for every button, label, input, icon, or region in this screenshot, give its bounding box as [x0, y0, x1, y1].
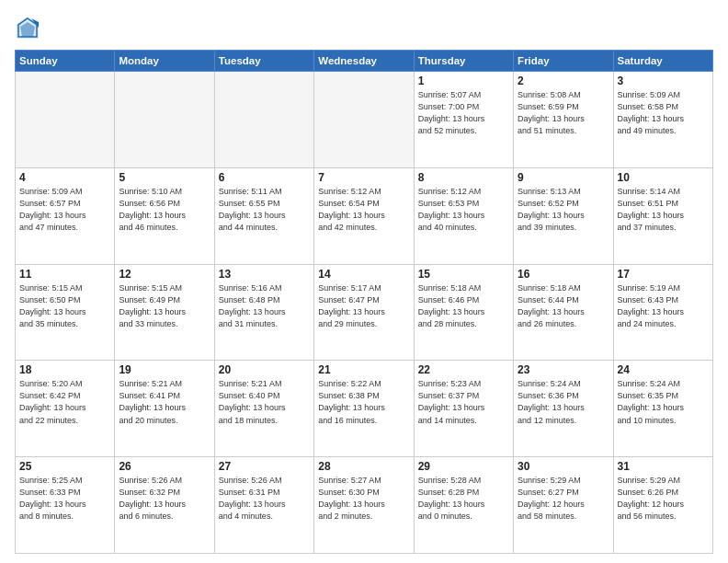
day-number: 24 — [618, 363, 709, 376]
calendar-cell: 18Sunrise: 5:20 AM Sunset: 6:42 PM Dayli… — [16, 361, 115, 457]
day-number: 9 — [518, 171, 609, 184]
calendar-table: SundayMondayTuesdayWednesdayThursdayFrid… — [15, 50, 713, 554]
day-info: Sunrise: 5:14 AM Sunset: 6:51 PM Dayligh… — [618, 186, 709, 234]
day-number: 13 — [219, 268, 310, 281]
day-info: Sunrise: 5:20 AM Sunset: 6:42 PM Dayligh… — [19, 378, 110, 426]
day-info: Sunrise: 5:26 AM Sunset: 6:31 PM Dayligh… — [219, 475, 310, 523]
logo-icon — [15, 15, 40, 40]
day-info: Sunrise: 5:29 AM Sunset: 6:27 PM Dayligh… — [518, 475, 609, 523]
day-number: 17 — [618, 268, 709, 281]
day-info: Sunrise: 5:27 AM Sunset: 6:30 PM Dayligh… — [318, 475, 409, 523]
day-number: 11 — [19, 268, 110, 281]
calendar-cell: 13Sunrise: 5:16 AM Sunset: 6:48 PM Dayli… — [214, 264, 313, 361]
day-info: Sunrise: 5:09 AM Sunset: 6:58 PM Dayligh… — [618, 89, 709, 137]
day-info: Sunrise: 5:21 AM Sunset: 6:41 PM Dayligh… — [119, 378, 210, 426]
day-number: 25 — [19, 460, 110, 473]
day-number: 16 — [518, 268, 609, 281]
day-info: Sunrise: 5:22 AM Sunset: 6:38 PM Dayligh… — [318, 378, 409, 426]
day-info: Sunrise: 5:18 AM Sunset: 6:44 PM Dayligh… — [518, 282, 609, 330]
day-number: 31 — [618, 460, 709, 473]
weekday-header-wednesday: Wednesday — [314, 51, 414, 72]
day-info: Sunrise: 5:21 AM Sunset: 6:40 PM Dayligh… — [219, 378, 310, 426]
day-number: 5 — [119, 171, 210, 184]
day-number: 26 — [119, 460, 210, 473]
calendar-cell: 11Sunrise: 5:15 AM Sunset: 6:50 PM Dayli… — [16, 264, 115, 361]
day-info: Sunrise: 5:12 AM Sunset: 6:54 PM Dayligh… — [318, 186, 409, 234]
day-number: 14 — [318, 268, 409, 281]
calendar-cell: 6Sunrise: 5:11 AM Sunset: 6:55 PM Daylig… — [214, 167, 313, 264]
day-info: Sunrise: 5:13 AM Sunset: 6:52 PM Dayligh… — [518, 186, 609, 234]
calendar-cell: 27Sunrise: 5:26 AM Sunset: 6:31 PM Dayli… — [214, 457, 313, 554]
calendar-cell: 15Sunrise: 5:18 AM Sunset: 6:46 PM Dayli… — [414, 264, 513, 361]
calendar-cell: 21Sunrise: 5:22 AM Sunset: 6:38 PM Dayli… — [314, 361, 414, 457]
day-number: 7 — [318, 171, 409, 184]
page: SundayMondayTuesdayWednesdayThursdayFrid… — [0, 0, 728, 563]
calendar-cell: 20Sunrise: 5:21 AM Sunset: 6:40 PM Dayli… — [214, 361, 313, 457]
calendar-cell — [214, 72, 313, 168]
calendar-cell: 9Sunrise: 5:13 AM Sunset: 6:52 PM Daylig… — [514, 167, 613, 264]
calendar-cell: 23Sunrise: 5:24 AM Sunset: 6:36 PM Dayli… — [514, 361, 613, 457]
week-row-3: 11Sunrise: 5:15 AM Sunset: 6:50 PM Dayli… — [16, 264, 713, 361]
weekday-header-friday: Friday — [514, 51, 613, 72]
calendar-cell: 12Sunrise: 5:15 AM Sunset: 6:49 PM Dayli… — [115, 264, 214, 361]
calendar-cell: 7Sunrise: 5:12 AM Sunset: 6:54 PM Daylig… — [314, 167, 414, 264]
day-number: 6 — [219, 171, 310, 184]
day-info: Sunrise: 5:12 AM Sunset: 6:53 PM Dayligh… — [418, 186, 509, 234]
day-info: Sunrise: 5:25 AM Sunset: 6:33 PM Dayligh… — [19, 475, 110, 523]
calendar-cell: 5Sunrise: 5:10 AM Sunset: 6:56 PM Daylig… — [115, 167, 214, 264]
day-number: 1 — [418, 75, 509, 87]
day-info: Sunrise: 5:17 AM Sunset: 6:47 PM Dayligh… — [318, 282, 409, 330]
day-number: 22 — [418, 363, 509, 376]
calendar-cell: 8Sunrise: 5:12 AM Sunset: 6:53 PM Daylig… — [414, 167, 513, 264]
weekday-header-tuesday: Tuesday — [214, 51, 313, 72]
calendar-cell: 10Sunrise: 5:14 AM Sunset: 6:51 PM Dayli… — [613, 167, 712, 264]
day-info: Sunrise: 5:24 AM Sunset: 6:35 PM Dayligh… — [618, 378, 709, 426]
day-number: 18 — [19, 363, 110, 376]
day-number: 3 — [618, 75, 709, 87]
calendar-cell: 16Sunrise: 5:18 AM Sunset: 6:44 PM Dayli… — [514, 264, 613, 361]
day-number: 28 — [318, 460, 409, 473]
weekday-header-monday: Monday — [115, 51, 214, 72]
calendar-cell: 17Sunrise: 5:19 AM Sunset: 6:43 PM Dayli… — [613, 264, 712, 361]
calendar-cell — [16, 72, 115, 168]
calendar-cell: 26Sunrise: 5:26 AM Sunset: 6:32 PM Dayli… — [115, 457, 214, 554]
week-row-4: 18Sunrise: 5:20 AM Sunset: 6:42 PM Dayli… — [16, 361, 713, 457]
calendar-cell: 2Sunrise: 5:08 AM Sunset: 6:59 PM Daylig… — [514, 72, 613, 168]
weekday-header-row: SundayMondayTuesdayWednesdayThursdayFrid… — [16, 51, 713, 72]
day-info: Sunrise: 5:15 AM Sunset: 6:49 PM Dayligh… — [119, 282, 210, 330]
day-info: Sunrise: 5:09 AM Sunset: 6:57 PM Dayligh… — [19, 186, 110, 234]
calendar-cell: 1Sunrise: 5:07 AM Sunset: 7:00 PM Daylig… — [414, 72, 513, 168]
calendar-cell: 30Sunrise: 5:29 AM Sunset: 6:27 PM Dayli… — [514, 457, 613, 554]
calendar-cell — [314, 72, 414, 168]
calendar-cell: 31Sunrise: 5:29 AM Sunset: 6:26 PM Dayli… — [613, 457, 712, 554]
day-info: Sunrise: 5:08 AM Sunset: 6:59 PM Dayligh… — [518, 89, 609, 137]
day-info: Sunrise: 5:16 AM Sunset: 6:48 PM Dayligh… — [219, 282, 310, 330]
day-number: 12 — [119, 268, 210, 281]
day-number: 23 — [518, 363, 609, 376]
logo — [15, 15, 44, 40]
calendar-cell: 14Sunrise: 5:17 AM Sunset: 6:47 PM Dayli… — [314, 264, 414, 361]
day-info: Sunrise: 5:19 AM Sunset: 6:43 PM Dayligh… — [618, 282, 709, 330]
day-number: 21 — [318, 363, 409, 376]
calendar-cell: 24Sunrise: 5:24 AM Sunset: 6:35 PM Dayli… — [613, 361, 712, 457]
calendar-cell: 29Sunrise: 5:28 AM Sunset: 6:28 PM Dayli… — [414, 457, 513, 554]
day-number: 2 — [518, 75, 609, 87]
day-number: 4 — [19, 171, 110, 184]
weekday-header-sunday: Sunday — [16, 51, 115, 72]
day-info: Sunrise: 5:11 AM Sunset: 6:55 PM Dayligh… — [219, 186, 310, 234]
weekday-header-saturday: Saturday — [613, 51, 712, 72]
day-number: 27 — [219, 460, 310, 473]
calendar-cell: 19Sunrise: 5:21 AM Sunset: 6:41 PM Dayli… — [115, 361, 214, 457]
calendar-cell: 22Sunrise: 5:23 AM Sunset: 6:37 PM Dayli… — [414, 361, 513, 457]
week-row-2: 4Sunrise: 5:09 AM Sunset: 6:57 PM Daylig… — [16, 167, 713, 264]
day-info: Sunrise: 5:10 AM Sunset: 6:56 PM Dayligh… — [119, 186, 210, 234]
calendar-cell — [115, 72, 214, 168]
day-info: Sunrise: 5:07 AM Sunset: 7:00 PM Dayligh… — [418, 89, 509, 137]
day-info: Sunrise: 5:18 AM Sunset: 6:46 PM Dayligh… — [418, 282, 509, 330]
day-number: 8 — [418, 171, 509, 184]
calendar-cell: 4Sunrise: 5:09 AM Sunset: 6:57 PM Daylig… — [16, 167, 115, 264]
header — [15, 15, 713, 40]
day-number: 20 — [219, 363, 310, 376]
calendar-cell: 3Sunrise: 5:09 AM Sunset: 6:58 PM Daylig… — [613, 72, 712, 168]
calendar-cell: 25Sunrise: 5:25 AM Sunset: 6:33 PM Dayli… — [16, 457, 115, 554]
